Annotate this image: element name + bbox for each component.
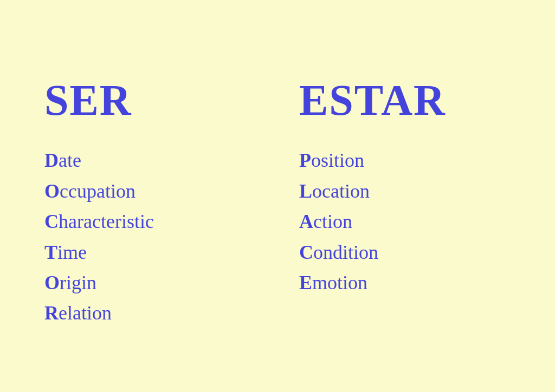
estar-title: ESTAR xyxy=(299,76,511,125)
acro-letter: R xyxy=(44,302,59,324)
acro-letter: O xyxy=(44,180,60,202)
acro-letter: O xyxy=(44,272,60,293)
main-container: SER DateOccupationCharacteristicTimeOrig… xyxy=(44,65,511,326)
list-item: Occupation xyxy=(44,178,256,205)
list-item: Characteristic xyxy=(44,208,256,235)
acro-rest: ocation xyxy=(312,180,370,202)
acro-rest: motion xyxy=(312,272,367,293)
ser-acro-list: DateOccupationCharacteristicTimeOriginRe… xyxy=(44,147,256,326)
acro-letter: T xyxy=(44,241,57,263)
acro-letter: A xyxy=(299,211,313,232)
estar-column: ESTAR PositionLocationActionConditionEmo… xyxy=(299,76,511,326)
acro-rest: osition xyxy=(311,149,364,171)
acro-letter: D xyxy=(44,149,59,171)
acro-rest: ction xyxy=(313,211,352,232)
acro-letter: E xyxy=(299,272,312,293)
acro-letter: C xyxy=(44,211,59,232)
list-item: Position xyxy=(299,147,511,174)
list-item: Action xyxy=(299,208,511,235)
acro-rest: ime xyxy=(57,241,87,263)
acro-rest: rigin xyxy=(60,272,96,293)
acro-letter: P xyxy=(299,149,311,171)
acro-letter: L xyxy=(299,180,312,202)
acro-rest: ate xyxy=(59,149,81,171)
ser-title: SER xyxy=(44,76,256,125)
acro-rest: ondition xyxy=(313,241,378,263)
acro-rest: haracteristic xyxy=(59,211,154,232)
acro-rest: ccupation xyxy=(60,180,135,202)
acro-rest: elation xyxy=(59,302,112,324)
list-item: Emotion xyxy=(299,269,511,296)
ser-column: SER DateOccupationCharacteristicTimeOrig… xyxy=(44,76,256,326)
list-item: Relation xyxy=(44,299,256,326)
list-item: Condition xyxy=(299,239,511,266)
list-item: Time xyxy=(44,239,256,266)
estar-acro-list: PositionLocationActionConditionEmotion xyxy=(299,147,511,296)
list-item: Location xyxy=(299,178,511,205)
list-item: Date xyxy=(44,147,256,174)
acro-letter: C xyxy=(299,241,313,263)
list-item: Origin xyxy=(44,269,256,296)
